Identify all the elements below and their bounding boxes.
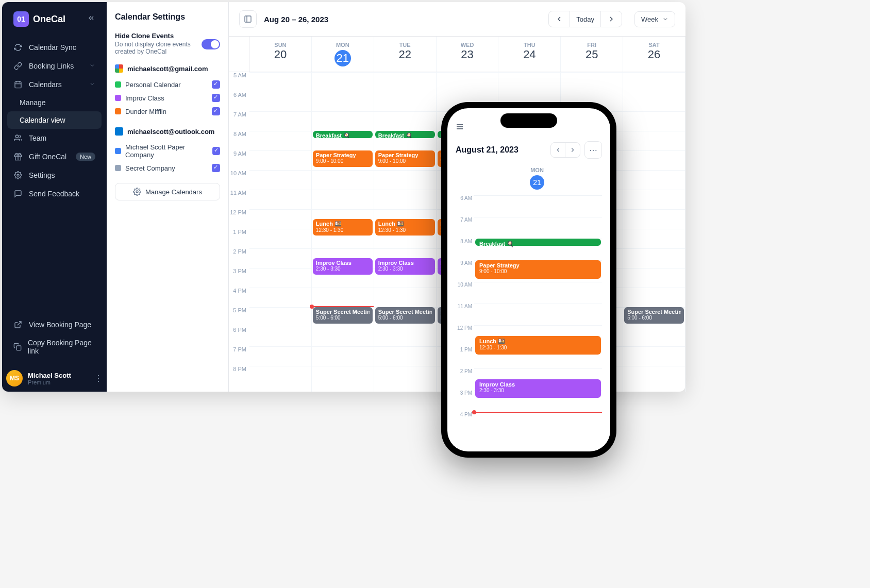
sidebar-item-booking-links[interactable]: Booking Links <box>7 57 102 75</box>
hour-label: 4 PM <box>456 412 474 433</box>
user-menu-icon[interactable]: ⋮ <box>94 374 103 383</box>
hour-label: 8 AM <box>229 131 249 150</box>
phone-date: August 21, 2023 <box>456 145 518 155</box>
event[interactable]: Paper Strategy9:00 - 10:00 <box>475 260 601 279</box>
hide-clone-toggle[interactable] <box>202 39 220 49</box>
hour-label: 7 PM <box>229 346 249 366</box>
phone-prev-button[interactable] <box>551 143 565 157</box>
hour-label: 11 AM <box>456 304 474 325</box>
event[interactable]: Breakfast 🍳 <box>313 131 373 138</box>
svg-rect-9 <box>16 346 21 350</box>
phone-day-number: 21 <box>530 175 544 190</box>
day-header[interactable]: TUE22 <box>374 37 437 72</box>
day-header[interactable]: SUN20 <box>249 37 312 72</box>
hour-label: 1 PM <box>456 347 474 368</box>
chevron-down-icon <box>662 16 668 22</box>
hour-label: 11 AM <box>229 190 249 209</box>
sidebar-item-calendar-sync[interactable]: Calendar Sync <box>7 38 102 57</box>
calendar-swatch <box>115 108 121 114</box>
sidebar-item-manage[interactable]: Manage <box>7 94 102 111</box>
date-nav: Today <box>548 11 622 27</box>
calendar-checkbox[interactable] <box>212 94 220 102</box>
event[interactable]: Breakfast 🍳 <box>375 131 435 138</box>
sidebar-item-label: Settings <box>29 171 55 179</box>
calendar-row: Secret Company <box>115 161 220 175</box>
day-header[interactable]: FRI25 <box>561 37 623 72</box>
day-column[interactable]: Super Secret Meeting5:00 - 6:00 <box>623 72 685 392</box>
event[interactable]: Breakfast 🍳 <box>475 239 601 246</box>
sidebar-item-send-feedback[interactable]: Send Feedback <box>7 184 102 203</box>
calendar-checkbox[interactable] <box>212 107 220 115</box>
calendar-checkbox[interactable] <box>212 147 220 155</box>
date-range: Aug 20 – 26, 2023 <box>264 15 328 24</box>
event[interactable]: Lunch 🍱12:30 - 1:30 <box>375 219 435 236</box>
calendar-name: Improv Class <box>125 94 164 102</box>
day-column[interactable]: Breakfast 🍳Paper Strategy9:00 - 10:00Lun… <box>312 72 374 392</box>
day-header[interactable]: MON21 <box>312 37 374 72</box>
event[interactable]: Improv Class2:30 - 3:30 <box>475 379 601 398</box>
collapse-sidebar-icon[interactable] <box>87 14 95 24</box>
chevron-down-icon <box>89 80 95 89</box>
calendar-row: Personal Calendar <box>115 78 220 91</box>
day-header[interactable]: WED23 <box>437 37 499 72</box>
event[interactable]: Paper Strategy9:00 - 10:00 <box>313 150 373 167</box>
day-column[interactable] <box>249 72 312 392</box>
event[interactable]: Improv Class2:30 - 3:30 <box>313 258 373 275</box>
gear-icon <box>133 188 141 196</box>
svg-rect-0 <box>15 82 21 88</box>
day-header[interactable]: THU24 <box>498 37 561 72</box>
next-button[interactable] <box>601 11 622 27</box>
sync-icon <box>13 43 23 52</box>
day-header[interactable]: SAT26 <box>623 37 685 72</box>
calendar-icon <box>13 80 23 89</box>
svg-point-10 <box>136 191 138 193</box>
event[interactable]: Improv Class2:30 - 3:30 <box>375 258 435 275</box>
sidebar-item-team[interactable]: Team <box>7 129 102 147</box>
hour-label: 8 AM <box>456 239 474 260</box>
sidebar-view-booking-page[interactable]: View Booking Page <box>7 315 102 334</box>
sidebar-copy-booking-page-link[interactable]: Copy Booking Page link <box>7 334 102 360</box>
hour-label: 1 PM <box>229 229 249 248</box>
event[interactable]: Paper Strategy9:00 - 10:00 <box>375 150 435 167</box>
sidebar-item-calendars[interactable]: Calendars <box>7 75 102 94</box>
day-column[interactable]: Breakfast 🍳Paper Strategy9:00 - 10:00Lun… <box>374 72 437 392</box>
calendar-checkbox[interactable] <box>212 80 220 89</box>
calendar-swatch <box>115 148 121 154</box>
view-selector[interactable]: Week <box>634 11 675 27</box>
event[interactable]: Super Secret Meeting5:00 - 6:00 <box>313 307 373 324</box>
calendar-name: Secret Company <box>125 164 175 172</box>
calendar-checkbox[interactable] <box>212 164 220 172</box>
event[interactable]: Lunch 🍱12:30 - 1:30 <box>475 336 601 355</box>
hour-label: 2 PM <box>229 248 249 268</box>
hide-clone-title: Hide Clone Events <box>115 32 196 40</box>
toggle-sidebar-button[interactable] <box>239 10 257 28</box>
calendar-swatch <box>115 165 121 171</box>
link-icon <box>13 61 23 71</box>
calendar-name: Personal Calendar <box>125 81 181 89</box>
svg-point-7 <box>17 174 19 176</box>
phone-mockup: August 21, 2023 ⋯ MON 21 6 AM7 AM8 AM9 A… <box>441 102 616 458</box>
hour-label: 3 PM <box>456 390 474 412</box>
hour-label: 2 PM <box>456 368 474 390</box>
sidebar-item-settings[interactable]: Settings <box>7 166 102 184</box>
sidebar-user[interactable]: MS Michael Scott Premium ⋮ <box>2 365 107 392</box>
event[interactable]: Lunch 🍱12:30 - 1:30 <box>313 219 373 236</box>
sidebar-item-calendar-view[interactable]: Calendar view <box>7 111 102 129</box>
event[interactable]: Super Secret Meeting5:00 - 6:00 <box>624 307 684 324</box>
manage-calendars-button[interactable]: Manage Calendars <box>115 183 220 200</box>
hour-label: 7 AM <box>456 217 474 239</box>
nav: Calendar SyncBooking LinksCalendarsManag… <box>2 36 107 310</box>
sidebar-item-label: Booking Links <box>29 62 74 70</box>
svg-rect-11 <box>245 16 251 22</box>
hamburger-icon[interactable] <box>456 123 464 133</box>
phone-next-button[interactable] <box>565 143 580 157</box>
phone-more-button[interactable]: ⋯ <box>584 141 602 159</box>
sidebar-item-label: Calendar Sync <box>29 43 76 52</box>
today-button[interactable]: Today <box>570 11 601 27</box>
new-badge: New <box>76 153 95 161</box>
sidebar-item-label: Calendars <box>29 80 62 89</box>
hour-label: 6 AM <box>456 195 474 217</box>
sidebar-item-gift-onecal[interactable]: Gift OneCalNew <box>7 147 102 166</box>
event[interactable]: Super Secret Meeting5:00 - 6:00 <box>375 307 435 324</box>
prev-button[interactable] <box>549 11 570 27</box>
